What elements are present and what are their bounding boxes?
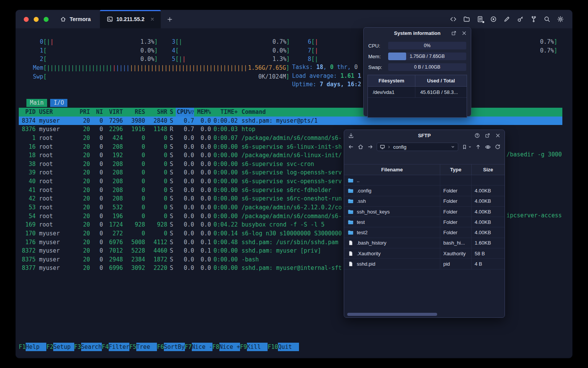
- plus-icon: [167, 16, 173, 22]
- swap-usage-row: Swap: 0 B / 1.00GB: [364, 63, 471, 71]
- close-panel-button[interactable]: [461, 30, 467, 36]
- forward-button[interactable]: [367, 144, 373, 150]
- folder-icon: [348, 230, 354, 235]
- function-key[interactable]: F2Setup: [46, 343, 74, 351]
- caret-down-icon: [468, 145, 472, 149]
- file-row[interactable]: test Folder 4.00KB: [344, 217, 505, 227]
- folder-icon: [348, 199, 354, 204]
- filesystem-table-header: Filesystem Used / Total: [368, 75, 467, 87]
- filesystem-table: Filesystem Used / Total /dev/vda1 45.61G…: [368, 75, 467, 118]
- function-key[interactable]: F6SortBy: [157, 343, 185, 351]
- home-button[interactable]: [358, 144, 364, 150]
- file-row[interactable]: ..: [344, 175, 505, 186]
- file-row[interactable]: .bash_history bash_hi... 1.60KB: [344, 238, 505, 248]
- swap-usage-bar: 0 B / 1.00GB: [388, 63, 466, 71]
- function-key[interactable]: F4Filter: [102, 343, 129, 351]
- zoom-window-button[interactable]: [44, 17, 49, 22]
- eye-icon: [485, 144, 491, 150]
- function-key[interactable]: F9Kill: [240, 343, 268, 351]
- sftp-toolbar: config: [344, 141, 505, 153]
- path-breadcrumb[interactable]: config: [377, 143, 458, 151]
- tab-session[interactable]: 10.211.55.2: [100, 10, 161, 28]
- open-in-window-button[interactable]: [451, 30, 457, 36]
- search-button[interactable]: [544, 16, 550, 23]
- close-icon: [461, 30, 467, 36]
- file-row[interactable]: sshd.pid pid 4 B: [344, 259, 505, 269]
- cpu-meter: 3[|0.7%]: [165, 38, 290, 46]
- meter-bars: [47, 55, 140, 63]
- settings-button[interactable]: [557, 16, 564, 23]
- help-button[interactable]: [474, 133, 480, 138]
- swap-meter: Swp[0K/1024M]: [33, 72, 289, 81]
- column-pid[interactable]: PID: [19, 108, 36, 117]
- column-time[interactable]: TIME+: [211, 108, 238, 117]
- function-key[interactable]: F1Help: [19, 343, 46, 351]
- minimize-window-button[interactable]: [34, 17, 39, 22]
- open-in-window-button[interactable]: [485, 133, 490, 138]
- help-icon: [474, 133, 480, 138]
- refresh-icon: [495, 144, 501, 150]
- edit-button[interactable]: [503, 16, 510, 23]
- keys-button[interactable]: [517, 16, 524, 23]
- folder-button[interactable]: [463, 16, 470, 23]
- close-window-button[interactable]: [24, 17, 29, 22]
- back-button[interactable]: [348, 144, 354, 150]
- column-ni[interactable]: NI: [90, 108, 103, 117]
- meter-bars: [47, 46, 140, 55]
- column-state[interactable]: S: [167, 108, 176, 117]
- horizontal-scrollbar[interactable]: [347, 313, 437, 316]
- column-cpu-sort[interactable]: CPU%▽: [176, 108, 194, 117]
- file-icon: [348, 240, 354, 245]
- function-key[interactable]: F10Quit: [268, 343, 299, 351]
- close-tab-button[interactable]: [150, 17, 155, 21]
- record-button[interactable]: [490, 16, 497, 23]
- new-tab-button[interactable]: [161, 10, 179, 28]
- function-key[interactable]: F7Nice -: [185, 343, 212, 351]
- meter-bars: ||||||||||||||||||||||||||||||||||||||||…: [47, 64, 248, 72]
- process-table-header: PID USER PRI NI VIRT RES SHR S CPU%▽ MEM…: [19, 108, 562, 117]
- transfers-button[interactable]: [348, 133, 354, 139]
- parent-directory-button[interactable]: [475, 144, 481, 150]
- process-row[interactable]: 8374 myuser 20 0 7296 3980 2840 S 0.7 0.…: [19, 117, 562, 125]
- column-size[interactable]: Size: [472, 164, 505, 175]
- file-list: .. .config Folder 4.00KB: [344, 175, 505, 269]
- file-row[interactable]: test2 Folder 4.00KB: [344, 227, 505, 238]
- column-user[interactable]: USER: [36, 108, 75, 117]
- bookmark-button[interactable]: [462, 144, 472, 150]
- show-hidden-files-button[interactable]: [485, 144, 491, 150]
- memory-meter: Mem[||||||||||||||||||||||||||||||||||||…: [33, 64, 289, 72]
- column-shr[interactable]: SHR: [145, 108, 167, 117]
- htop-tab[interactable]: Main: [26, 99, 47, 107]
- function-key[interactable]: F5Tree: [129, 343, 157, 351]
- column-type[interactable]: Type: [440, 164, 472, 175]
- column-res[interactable]: RES: [123, 108, 145, 117]
- cpu-usage-bar: 0%: [388, 42, 466, 49]
- port-forwarding-button[interactable]: [530, 16, 537, 23]
- column-mem[interactable]: MEM%: [194, 108, 211, 117]
- sftp-panel: SFTP config: [344, 130, 505, 318]
- log-button[interactable]: [477, 16, 483, 23]
- close-panel-button[interactable]: [495, 133, 501, 138]
- file-row[interactable]: .config Folder 4.00KB: [344, 186, 505, 196]
- chevron-right-icon: [387, 145, 391, 149]
- filesystem-row: /dev/vda1 45.61GB / 58.3...: [368, 87, 467, 98]
- refresh-button[interactable]: [495, 144, 501, 150]
- meter-bars: [179, 46, 273, 55]
- cpu-meter: 5[||1.3%]: [165, 55, 290, 63]
- column-virt[interactable]: VIRT: [103, 108, 123, 117]
- function-key[interactable]: F3Search: [74, 343, 102, 351]
- column-filename[interactable]: Filename: [344, 164, 440, 175]
- function-key[interactable]: F8Nice +: [212, 343, 240, 351]
- file-row[interactable]: .ssh Folder 4.00KB: [344, 196, 505, 207]
- code-snippets-button[interactable]: [450, 16, 457, 23]
- key-icon: [517, 16, 524, 23]
- file-row[interactable]: .Xauthority Xauthority 58 B: [344, 248, 505, 259]
- memory-usage-row: Mem: 1.75GB / 7.65GB: [364, 53, 471, 60]
- file-list-empty-area: [344, 269, 505, 317]
- column-pri[interactable]: PRI: [75, 108, 90, 117]
- load-average-line: Load average: 1.61 1: [292, 72, 361, 79]
- current-path: config: [393, 144, 407, 150]
- file-row[interactable]: ssh_host_keys Folder 4.00KB: [344, 207, 505, 217]
- htop-tab[interactable]: I/O: [50, 99, 67, 107]
- tab-termora-home[interactable]: Termora: [57, 10, 100, 28]
